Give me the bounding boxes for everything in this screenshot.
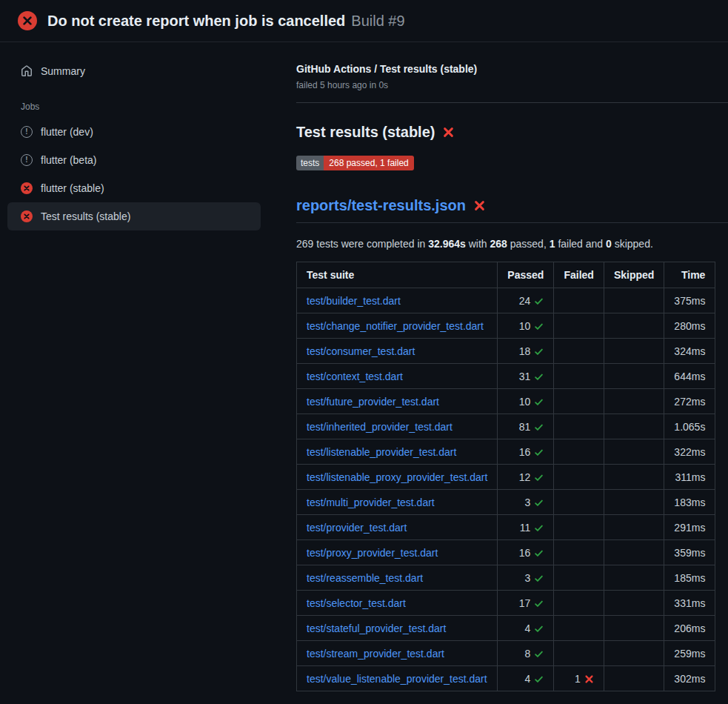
count-cell (554, 313, 604, 339)
check-icon (534, 649, 544, 659)
count-cell (554, 465, 604, 490)
check-icon (534, 422, 544, 432)
column-header: Failed (554, 262, 604, 288)
alert-circle-icon: ! (21, 154, 33, 166)
badge-label: tests (296, 156, 324, 170)
test-suite-link[interactable]: test/selector_test.dart (307, 597, 406, 609)
column-header: Time (664, 262, 715, 288)
check-icon (534, 599, 544, 608)
report-link[interactable]: reports/test-results.json (296, 197, 466, 214)
count-value: 16 (519, 547, 531, 559)
check-icon (534, 448, 544, 457)
suite-cell: test/proxy_provider_test.dart (297, 540, 498, 565)
count-cell: 1 (554, 666, 604, 691)
summary-segment: with (466, 238, 490, 250)
time-cell: 272ms (664, 389, 715, 414)
count-value: 10 (519, 320, 531, 332)
check-title: Test results (stable) (296, 124, 728, 141)
sidebar-item-job[interactable]: flutter (stable) (7, 174, 261, 202)
count-value: 81 (519, 421, 531, 433)
count-cell: 31 (498, 364, 554, 389)
check-icon (534, 523, 544, 533)
x-circle-icon (18, 11, 37, 30)
test-suite-link[interactable]: test/provider_test.dart (307, 522, 407, 534)
count-value: 31 (519, 371, 531, 382)
home-icon (21, 65, 33, 77)
count-cell: 4 (498, 666, 554, 691)
sidebar-item-job[interactable]: !flutter (beta) (7, 146, 261, 174)
summary-segment: skipped. (612, 238, 653, 250)
test-suite-link[interactable]: test/listenable_provider_test.dart (307, 446, 456, 458)
suite-cell: test/listenable_provider_test.dart (297, 439, 498, 465)
skipped-cell (604, 540, 664, 565)
test-suite-link[interactable]: test/multi_provider_test.dart (307, 497, 435, 508)
count-value: 12 (519, 471, 531, 483)
test-suite-link[interactable]: test/listenable_proxy_provider_test.dart (307, 471, 487, 483)
column-header: Skipped (604, 262, 664, 288)
count-value: 18 (519, 345, 531, 357)
check-title-text: Test results (stable) (296, 124, 435, 141)
sidebar-item-summary[interactable]: Summary (7, 59, 261, 84)
count-value: 4 (525, 622, 531, 634)
count-value: 3 (525, 497, 531, 508)
count-cell: 81 (498, 414, 554, 439)
count-cell (554, 490, 604, 515)
check-icon (534, 347, 544, 356)
test-suite-link[interactable]: test/stream_provider_test.dart (307, 648, 444, 660)
table-row: test/stream_provider_test.dart8259ms (297, 641, 715, 666)
badge-value: 268 passed, 1 failed (324, 156, 413, 170)
main-content: GitHub Actions / Test results (stable) f… (289, 42, 728, 704)
count-cell: 10 (498, 313, 554, 339)
time-cell: 359ms (664, 540, 715, 565)
count-cell (554, 540, 604, 565)
check-icon (534, 322, 544, 331)
build-number: Build #9 (351, 13, 404, 29)
x-circle-icon (21, 210, 33, 222)
check-run-header: Do not create report when job is cancell… (0, 0, 728, 42)
report-heading: reports/test-results.json (296, 197, 728, 223)
test-suite-link[interactable]: test/change_notifier_provider_test.dart (307, 320, 484, 332)
skipped-cell (604, 288, 664, 313)
time-cell: 185ms (664, 565, 715, 591)
test-suite-link[interactable]: test/builder_test.dart (307, 295, 401, 307)
job-label: flutter (beta) (41, 154, 96, 166)
check-icon (534, 674, 544, 684)
check-icon (534, 397, 544, 407)
test-suite-link[interactable]: test/future_provider_test.dart (307, 396, 439, 408)
suite-cell: test/multi_provider_test.dart (297, 490, 498, 515)
time-cell: 183ms (664, 490, 715, 515)
count-cell: 4 (498, 616, 554, 641)
count-cell: 10 (498, 389, 554, 414)
test-suite-link[interactable]: test/stateful_provider_test.dart (307, 622, 446, 634)
summary-segment: passed, (507, 238, 550, 250)
skipped-cell (604, 666, 664, 691)
test-suite-link[interactable]: test/value_listenable_provider_test.dart (307, 673, 487, 685)
count-cell: 12 (498, 465, 554, 490)
count-cell (554, 364, 604, 389)
time-cell: 311ms (664, 465, 715, 490)
count-cell: 18 (498, 339, 554, 364)
count-cell: 3 (498, 565, 554, 591)
test-suite-link[interactable]: test/consumer_test.dart (307, 345, 415, 357)
summary-line: 269 tests were completed in 32.964s with… (296, 238, 728, 250)
table-row: test/multi_provider_test.dart3183ms (297, 490, 715, 515)
table-row: test/change_notifier_provider_test.dart1… (297, 313, 715, 339)
test-suite-link[interactable]: test/inherited_provider_test.dart (307, 421, 453, 433)
test-suite-link[interactable]: test/context_test.dart (307, 371, 403, 382)
skipped-cell (604, 439, 664, 465)
table-header-row: Test suitePassedFailedSkippedTime (297, 262, 715, 288)
suite-cell: test/provider_test.dart (297, 515, 498, 540)
skipped-cell (604, 490, 664, 515)
count-cell (554, 591, 604, 616)
check-icon (534, 372, 544, 382)
count-cell (554, 616, 604, 641)
check-icon (534, 296, 544, 306)
test-suite-link[interactable]: test/proxy_provider_test.dart (307, 547, 438, 559)
jobs-list: !flutter (dev)!flutter (beta)flutter (st… (7, 118, 261, 230)
table-row: test/inherited_provider_test.dart811.065… (297, 414, 715, 439)
test-suite-link[interactable]: test/reassemble_test.dart (307, 572, 423, 584)
sidebar-item-job[interactable]: !flutter (dev) (7, 118, 261, 146)
table-row: test/context_test.dart31644ms (297, 364, 715, 389)
sidebar-item-job[interactable]: Test results (stable) (7, 202, 261, 230)
table-row: test/reassemble_test.dart3185ms (297, 565, 715, 591)
